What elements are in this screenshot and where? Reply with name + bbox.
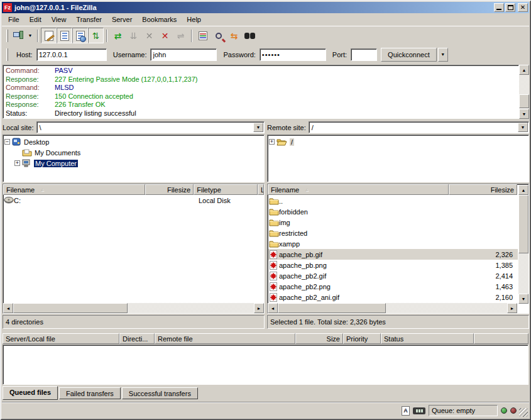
remote-file-row[interactable]: apache_pb2_ani.gif 2,160 [268,292,518,302]
scroll-thumb[interactable] [13,303,128,313]
scroll-left-button[interactable]: ◄ [268,303,278,313]
toolbar-separator [106,30,107,42]
remote-file-row[interactable]: img [268,217,518,228]
titlebar: Fz john@127.0.0.1 - FileZilla ✕ [2,2,529,13]
expand-icon[interactable]: + [14,160,20,166]
menu-server[interactable]: Server [107,14,137,25]
column-header-last-modified[interactable]: L [258,184,264,195]
remote-site-bar: Remote site: / ▼ [267,121,529,134]
column-header-priority[interactable]: Priority [343,333,381,344]
menu-help[interactable]: Help [182,14,206,25]
remote-site-label: Remote site: [267,124,306,131]
collapse-icon[interactable]: − [4,139,10,145]
remote-file-row[interactable]: .. [268,196,518,206]
expand-icon[interactable]: + [269,139,275,145]
tab-failed-transfers[interactable]: Failed transfers [59,387,121,399]
menu-file[interactable]: File [3,14,25,25]
local-hscrollbar[interactable]: ◄ ► [3,303,264,313]
toggle-log-button[interactable] [41,28,57,43]
scroll-left-button[interactable]: ◄ [3,303,13,313]
sort-ascending-icon: ▵ [305,187,308,192]
remote-file-row[interactable]: xampp [268,238,518,249]
column-header-filename[interactable]: Filename ▵ [268,184,449,195]
menu-transfer[interactable]: Transfer [71,14,107,25]
scroll-up-button[interactable]: ▲ [518,185,528,195]
port-label: Port: [332,51,347,58]
remote-file-row[interactable]: apache_pb2.gif 2,414 [268,270,518,281]
remote-vscrollbar[interactable]: ▲ ▼ [518,185,528,304]
local-site-label: Local site: [3,124,34,131]
remote-file-row-selected[interactable]: apache_pb.gif 2,326 [268,249,518,260]
activity-led-red [510,407,517,414]
menu-view[interactable]: View [47,14,72,25]
compare-directories-button[interactable]: ⇆ [226,28,242,43]
log-line: Command:PASV [6,67,518,75]
refresh-button[interactable]: ⇄ [110,28,126,43]
scroll-right-button[interactable]: ► [254,303,264,313]
site-manager-button[interactable] [10,28,26,43]
scroll-thumb[interactable] [519,94,529,108]
tree-item-my-computer[interactable]: + My Computer [4,158,263,169]
remote-hscrollbar[interactable]: ◄ ► [268,303,517,313]
tab-successful-transfers[interactable]: Successful transfers [122,387,198,399]
toggle-remote-tree-button[interactable] [72,28,88,43]
quickconnect-button[interactable]: Quickconnect [381,48,437,62]
column-header-filetype[interactable]: Filetype [194,184,258,195]
scroll-down-button[interactable]: ▼ [518,294,528,304]
tree-item-desktop[interactable]: − Desktop [4,136,263,147]
cancel-button[interactable]: ✕ [141,28,157,43]
log-text: MLSD [55,84,74,92]
search-button[interactable] [211,28,226,43]
scroll-right-button[interactable]: ► [507,303,517,313]
column-header-server-local-file[interactable]: Server/Local file [3,333,119,344]
disconnect-button[interactable]: ✕ [157,28,173,43]
column-header-remote-file[interactable]: Remote file [155,333,295,344]
reconnect-button[interactable]: ⇌ [173,28,189,43]
remote-file-row[interactable]: apache_pb2.png 1,463 [268,281,518,292]
maximize-button[interactable] [505,3,515,12]
password-input[interactable] [260,48,326,61]
column-header-filesize[interactable]: Filesize [145,184,194,195]
tree-item-root[interactable]: + / [269,136,527,147]
file-name: apache_pb.png [279,262,452,269]
menu-edit[interactable]: Edit [25,14,47,25]
chevron-down-icon[interactable]: ▼ [518,123,528,132]
column-header-status[interactable]: Status [381,333,474,344]
column-header-filesize[interactable]: Filesize [449,184,517,195]
toggle-queue-button[interactable]: ⇅ [88,28,104,43]
tree-item-label: My Documents [35,149,80,157]
remote-file-row[interactable]: restricted [268,228,518,238]
column-header-size[interactable]: Size [295,333,343,344]
minimize-button[interactable] [494,3,504,12]
tree-item-my-documents[interactable]: My Documents [4,147,263,158]
local-file-row[interactable]: C: Local Disk [3,195,264,206]
file-name: apache_pb.gif [279,251,452,258]
remote-file-row[interactable]: forbidden [268,206,518,217]
scroll-thumb[interactable] [518,195,528,253]
column-header-filename[interactable]: Filename ▵ [3,184,145,195]
synchronized-browsing-button[interactable] [242,28,258,43]
scroll-thumb[interactable] [278,303,386,313]
host-input[interactable] [36,48,107,61]
column-label: Remote file [158,335,193,343]
tab-queued-files[interactable]: Queued files [3,386,58,400]
toggle-local-tree-button[interactable] [57,28,72,43]
filter-button[interactable] [195,28,211,43]
resize-grip[interactable] [519,408,528,417]
remote-site-combo[interactable]: / ▼ [309,121,529,133]
chevron-down-icon[interactable]: ▼ [253,123,263,132]
local-site-combo[interactable]: \ ▼ [36,121,265,133]
port-input[interactable] [351,48,377,61]
column-header-direction[interactable]: Directi... [119,333,155,344]
site-manager-dropdown[interactable]: ▼ [26,28,35,43]
app-icon[interactable]: Fz [3,3,12,12]
quickconnect-dropdown[interactable]: ▼ [438,48,448,62]
scroll-up-button[interactable]: ▲ [519,65,529,75]
scroll-down-button[interactable]: ▼ [519,109,529,119]
menu-bookmarks[interactable]: Bookmarks [137,14,182,25]
process-queue-button[interactable]: ⇊ [126,28,141,43]
log-scrollbar[interactable]: ▲ ▼ [519,65,529,119]
username-input[interactable] [150,48,217,61]
remote-file-row[interactable]: apache_pb.png 1,385 [268,260,518,270]
close-button[interactable]: ✕ [518,3,528,12]
